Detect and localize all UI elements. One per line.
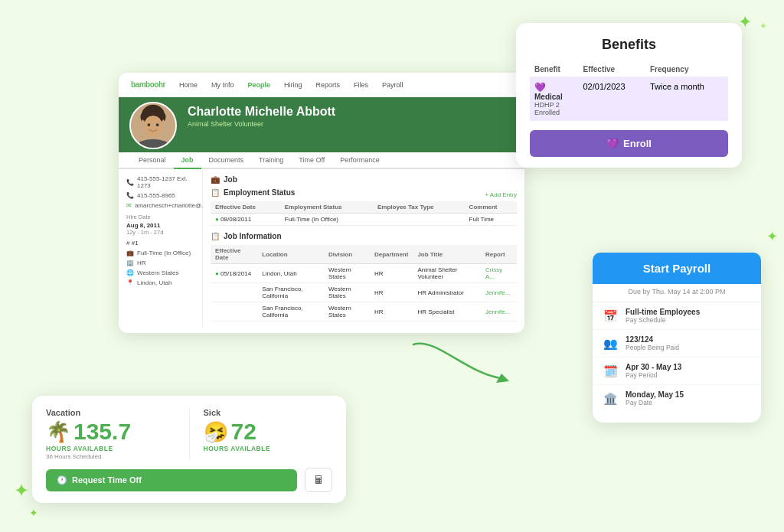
nav-item-payroll[interactable]: Payroll [382,81,403,89]
vacation-scheduled: 36 Hours Scheduled [46,453,175,460]
avatar [129,102,177,149]
col-comment: Comment [465,201,517,214]
job-info-title: 📋 Job Information [211,232,517,240]
benefits-card: Benefits Benefit Effective Frequency 💜 M… [516,23,742,168]
table-row: ● 08/08/2011 Full-Time (In Office) Full … [211,214,517,226]
request-timeoff-button[interactable]: 🕐 Request Time Off [46,469,297,491]
svg-point-5 [156,123,159,126]
calculator-icon: 🖩 [313,474,324,486]
tab-personal[interactable]: Personal [131,152,174,169]
sidebar-emptype: 💼 Full-Time (In Office) [126,250,194,256]
sidebar-hiredate: Hire Date Aug 8, 2011 12y - 1m - 27d [126,214,194,236]
deco-cross-4: ✦ [14,481,29,500]
nav-item-home[interactable]: Home [179,81,198,89]
sidebar-email: ✉ amarchesch+charlotte@... [126,202,194,209]
content-area: 💼 Job 📋 Employment Status + Add Entry Ef… [203,169,524,328]
bamboohr-card: bamboohr Home My Info People Hiring Repo… [119,73,524,333]
payroll-item-date: 🏛️ Monday, May 15 Pay Date [593,385,761,412]
deco-cross-5: ✦ [29,508,38,518]
payroll-item-schedule: 📅 Full-time Employees Pay Schedule [593,302,761,330]
sidebar-phone1: 📞 415-555-1237 Ext. 1273 [126,175,194,189]
division-icon: 🌐 [126,269,134,276]
tab-documents[interactable]: Documents [201,152,252,169]
nav-item-files[interactable]: Files [354,81,368,89]
job-section-title: 💼 Job [211,175,517,184]
benefit-col-effective: Effective [578,62,645,77]
benefit-col-benefit: Benefit [530,62,578,77]
timeoff-sections: Vacation 🌴 135.7 HOURS AVAILABLE 36 Hour… [46,408,332,460]
vacation-section: Vacation 🌴 135.7 HOURS AVAILABLE 36 Hour… [46,408,189,460]
payroll-item-period: 🗓️ Apr 30 - May 13 Pay Period [593,357,761,385]
sick-hours: 🤧 72 [204,419,333,445]
status-icon: 📋 [211,188,220,197]
table-row: ● 05/18/2014 Lindon, Utah Western States… [211,264,517,283]
sick-emoji: 🤧 [204,420,228,444]
nav-item-myinfo[interactable]: My Info [211,81,234,89]
vacation-label: HOURS AVAILABLE [46,445,175,452]
email-icon: ✉ [126,202,132,209]
profile-name: Charlotte Michelle Abbott [188,105,512,119]
profile-tabs: Personal Job Documents Training Time Off… [119,152,524,169]
start-payroll-button[interactable]: Start Payroll [593,253,761,284]
nav-item-reports[interactable]: Reports [315,81,340,89]
sick-section: Sick 🤧 72 HOURS AVAILABLE [189,408,333,460]
vacation-hours: 🌴 135.7 [46,419,175,445]
enroll-button[interactable]: 💜 Enroll [530,130,728,157]
table-row: San Francisco, California Western States… [211,283,517,302]
table-row: San Francisco, California Western States… [211,302,517,321]
deco-cross-6: ✦ [766,230,778,243]
tab-training[interactable]: Training [251,152,291,169]
benefits-table: Benefit Effective Frequency 💜 Medical HD… [530,62,728,121]
emp-status-header: 📋 Employment Status + Add Entry [211,188,517,201]
phone-icon: 📞 [126,179,134,186]
profile-header: Charlotte Michelle Abbott Animal Shelter… [119,97,524,152]
timeoff-actions: 🕐 Request Time Off 🖩 [46,468,332,492]
col-tax-type: Employee Tax Type [373,201,465,214]
tab-job[interactable]: Job [174,152,201,169]
tab-timeoff[interactable]: Time Off [291,152,332,169]
job-icon: 💼 [211,175,220,184]
nav-item-people[interactable]: People [247,81,270,89]
payroll-card: Start Payroll Due by Thu. May 14 at 2:00… [593,253,761,423]
sidebar-dept: 🏢 HR [126,259,194,266]
jobinfo-icon: 📋 [211,232,220,240]
clock-icon: 🕐 [57,475,67,485]
sidebar-phone2: 📞 415-555-8965 [126,192,194,199]
emp-status-table: Effective Date Employment Status Employe… [211,201,517,226]
sidebar-division: 🌐 Western States [126,269,194,276]
benefits-title: Benefits [530,37,728,53]
col-emp-status: Employment Status [280,201,373,214]
nav-bar: bamboohr Home My Info People Hiring Repo… [119,73,524,97]
calculator-button[interactable]: 🖩 [305,468,332,492]
col-eff-date: Effective Date [211,201,280,214]
sidebar-id: # #1 [126,240,194,246]
vacation-title: Vacation [46,408,175,417]
location-icon: 📍 [126,279,134,286]
deco-cross-3: ✦ [760,21,767,31]
vacation-emoji: 🌴 [46,420,70,444]
tab-performance[interactable]: Performance [332,152,387,169]
period-icon: 🗓️ [603,364,618,378]
people-icon: 👥 [603,337,618,351]
payroll-item-people: 👥 123/124 People Being Paid [593,330,761,357]
calendar-icon: 📅 [603,309,618,323]
nav-item-hiring[interactable]: Hiring [284,81,302,89]
sick-title: Sick [204,408,333,417]
add-entry-btn[interactable]: + Add Entry [485,191,517,198]
svg-point-4 [148,123,151,126]
dot-green: ● [215,270,219,277]
nav-logo: bamboohr [131,80,165,89]
profile-title: Animal Shelter Volunteer [188,120,512,128]
sick-label: HOURS AVAILABLE [204,445,333,452]
report-link-1[interactable]: Jennife... [481,283,517,302]
sidebar: 📞 415-555-1237 Ext. 1273 📞 415-555-8965 … [119,169,203,328]
report-link-2[interactable]: Jennife... [481,302,517,321]
dept-icon: 🏢 [126,259,134,266]
emp-status-title: 📋 Employment Status [211,188,295,197]
phone2-icon: 📞 [126,192,134,199]
svg-point-3 [144,116,162,137]
heart-icon: 💜 [534,82,546,93]
report-link-0[interactable]: Crissy A... [481,264,517,283]
timeoff-card: Vacation 🌴 135.7 HOURS AVAILABLE 36 Hour… [32,396,346,503]
job-info-table: Effective Date Location Division Departm… [211,245,517,321]
